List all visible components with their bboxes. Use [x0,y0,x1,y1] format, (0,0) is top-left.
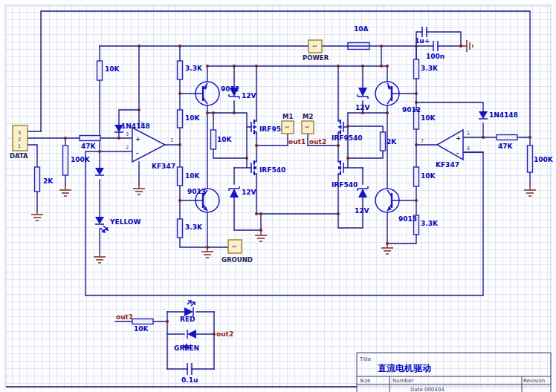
zener-12v-lower-right[interactable]: 12V [355,186,369,215]
connector-pin-number: 1 [231,245,237,248]
resistor-10k-led [132,319,153,324]
resistor-label: 10K [217,136,233,143]
transistor-label: 9012 [221,85,239,93]
mosfet-label: IRF9540 [332,134,362,142]
connector-pin-number: 2 [18,137,21,143]
transistor-9012-right[interactable]: 9012 [375,82,421,114]
led-green[interactable]: GREEN [174,330,199,352]
opamp-pin-number: 3 [126,131,129,137]
fuse-10a[interactable]: 10A [348,25,369,50]
junction-dots [64,45,531,336]
title-block-revision-label: Revision [523,378,545,384]
opamp-minus-mark: - [456,149,459,157]
resistor-label: 47K [81,143,97,150]
capacitor-bulk[interactable]: 1u+ [415,27,430,45]
resistor-label: 3.3K [185,223,203,231]
zener-label: 12V [355,207,369,215]
capacitor-label: 1u+ [415,37,430,45]
mosfet-label: IRF540 [332,181,358,189]
connector-pin-number: 3 [18,130,21,136]
connector-data[interactable]: 3 2 1 DATA [10,125,28,160]
diode-1n4148-right[interactable]: 1N4148 [479,111,518,119]
mosfet-irf9540-right[interactable]: IRF9540 [332,120,362,142]
resistor-label: 3.3K [185,65,203,72]
zener-12v-lower-left[interactable]: 12V [229,186,256,197]
title-block-title: 直流电机驱动 [378,363,431,373]
mosfet-irf540-left[interactable]: IRF540 [251,160,285,175]
connector-pin-number: 1 [311,45,317,48]
opamp-pin-number: 5 [467,131,470,137]
resistor-47k-left [80,136,100,141]
resistor-100k-right [528,146,533,172]
resistor-3k3-top-right [414,59,419,79]
resistor-2k-data [35,167,40,192]
title-block-date: Date 000404 [410,387,445,392]
fuse-label: 10A [354,25,369,33]
capacitor-snubber[interactable]: 0.1u [181,363,198,384]
zener-12v-upper-right[interactable]: 12V [355,88,370,111]
resistor-label: 100K [71,156,91,163]
resistors[interactable]: 2K 100K 47K 10K 3.3K 10K 10K 3.3K 10K 2K… [35,59,554,333]
title-block-number-label: Number [392,378,413,384]
resistor-10k-down-left [178,167,183,186]
connector-label: M1 [282,113,293,120]
resistor-label: 2K [387,138,397,146]
resistor-label: 10K [105,65,120,73]
net-label-out2: out2 [309,138,326,146]
opamp-pin-number: 2 [126,145,129,151]
zener-label: 12V [242,92,256,99]
led-label: GREEN [174,344,199,352]
led-label: RED [180,316,195,323]
transistor-label: 9012 [402,106,421,114]
connector-m2[interactable]: 1 M2 [302,113,314,134]
resistor-label: 10K [185,114,201,122]
diode-chain-left[interactable] [95,168,104,175]
opamp-plus-mark: + [135,135,140,143]
schematic-sheet: 2K 100K 47K 10K 3.3K 10K 10K 3.3K 10K 2K… [0,0,556,392]
connector-label: DATA [10,152,28,160]
title-block: Title 直流电机驱动 Size Number Revision Date 0… [357,353,551,392]
resistor-2k-gate-right [381,132,386,151]
opamp-left[interactable]: + - 3 2 1 8 KF347 [126,121,175,170]
resistor-10k-gate-left [211,130,216,149]
resistor-3k3-top-left [178,61,183,79]
connector-ground[interactable]: 1 GROUND [222,240,253,264]
sheet-border [6,6,551,387]
transistor-label: 9013 [187,188,206,195]
resistor-label: 3.3K [421,220,439,227]
opamp-minus-mark: - [136,149,139,157]
mosfet-irf540-right[interactable]: IRF540 [332,160,358,189]
net-label-out1-bottom: out1 [116,313,133,321]
connector-m1[interactable]: 1 M1 [282,113,294,134]
resistor-label: 100K [534,156,554,163]
resistor-10k-feedback-left [97,61,103,80]
capacitor-label: 100n [426,53,445,60]
opamp-part-label: KF347 [436,161,459,169]
connector-pin-number: 1 [284,125,290,128]
led-yellow[interactable]: YELLOW [95,217,140,232]
net-label-out2-bottom: out2 [216,330,233,338]
connector-label: GROUND [222,256,253,264]
resistor-label: 10K [185,172,201,180]
connector-power[interactable]: 1 POWER [303,40,329,62]
opamp-part-label: KF347 [152,163,175,170]
resistor-label: 10K [421,172,436,180]
wires [28,11,530,369]
net-label-out1: out1 [288,138,306,146]
connector-label: POWER [303,54,329,62]
schematic-canvas[interactable]: 2K 100K 47K 10K 3.3K 10K 10K 3.3K 10K 2K… [0,0,556,392]
connector-label: M2 [303,113,313,120]
net-labels: out1 out2 out1 out2 [116,138,326,338]
resistor-label: 10K [421,114,436,122]
mosfet-label: IRF540 [259,166,285,174]
led-label: YELLOW [109,218,140,226]
resistor-10k-down-right [414,167,419,186]
resistor-label: 47K [498,143,514,150]
resistor-47k-right [497,135,517,140]
transistor-9013-right[interactable]: 9013 [375,189,417,223]
opamp-pin-number: 8 [140,121,143,127]
opamp-right[interactable]: + - 5 6 7 KF347 [421,130,470,169]
resistor-3k3-bottom-left [178,219,183,238]
connector-pin-number: 1 [304,125,310,128]
resistor-label: 10K [134,325,149,333]
